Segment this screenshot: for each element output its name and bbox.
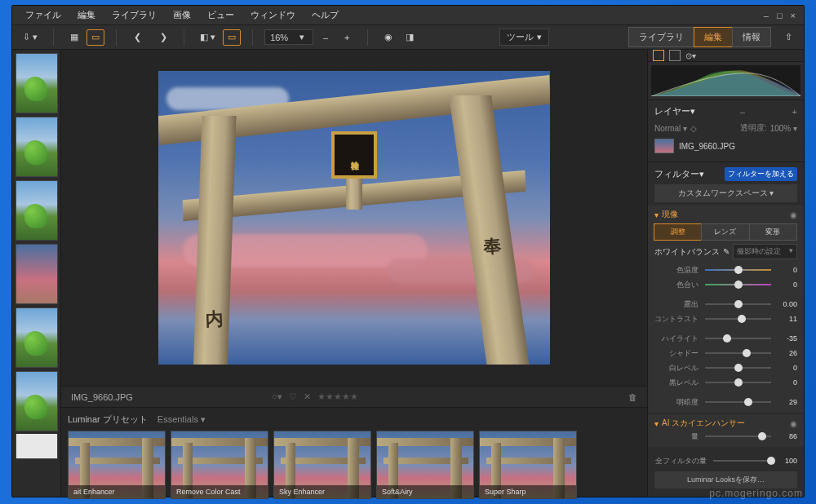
highlights-slider[interactable] bbox=[705, 338, 771, 339]
canvas-area[interactable]: 龍神社 奉 内 bbox=[61, 50, 647, 386]
filmstrip-thumb[interactable] bbox=[16, 117, 58, 177]
histogram-opts[interactable]: ⊙▾ bbox=[685, 51, 696, 60]
zoom-select[interactable]: 16%▾ bbox=[264, 29, 313, 45]
layer-thumb-icon bbox=[654, 139, 674, 153]
preset-label: Soft&Airy bbox=[377, 485, 473, 498]
minimize-button[interactable]: – bbox=[764, 11, 769, 20]
filters-title: フィルター bbox=[654, 168, 699, 180]
develop-section: ▾現像◉ 調整 レンズ 変形 ホワイトバランス ✎ 撮影時の設定▾ 色温度0 色… bbox=[648, 206, 804, 413]
slider-label: 色温度 bbox=[654, 265, 698, 276]
preset-thumb[interactable]: ait Enhancer bbox=[68, 431, 166, 499]
temp-slider[interactable] bbox=[705, 269, 771, 271]
exposure-slider[interactable] bbox=[705, 303, 771, 305]
tab-lens[interactable]: レンズ bbox=[701, 223, 749, 241]
menu-window[interactable]: ウィンドウ bbox=[242, 6, 304, 24]
preset-label: ait Enhancer bbox=[69, 485, 165, 498]
heart-icon[interactable]: ♡ bbox=[289, 391, 297, 402]
eyedropper-icon[interactable]: ✎ bbox=[723, 247, 730, 256]
menu-view[interactable]: ビュー bbox=[199, 6, 242, 24]
reject-icon[interactable]: ✕ bbox=[304, 391, 311, 402]
preview-toggle[interactable]: ◉ bbox=[379, 29, 397, 46]
menu-edit[interactable]: 編集 bbox=[69, 6, 104, 24]
wb-label: ホワイトバランス bbox=[654, 246, 720, 258]
watermark: pc.mogeringo.com bbox=[709, 488, 803, 499]
filmstrip-thumb[interactable] bbox=[16, 180, 58, 241]
opacity-value[interactable]: 100% ▾ bbox=[770, 124, 797, 133]
panel-toggle-left[interactable]: ◧ ▾ bbox=[196, 29, 220, 46]
tab-distort[interactable]: 変形 bbox=[749, 223, 797, 241]
toolbar: ⇩ ▾ ▦ ▭ ❮ ❯ ◧ ▾ ▭ 16%▾ – + ◉ ◨ ツール▾ ライブラ… bbox=[12, 25, 804, 50]
window-controls: – □ × bbox=[764, 11, 799, 20]
zoom-in-button[interactable]: + bbox=[338, 29, 356, 46]
tab-adjust[interactable]: 調整 bbox=[654, 223, 702, 241]
kanji-right: 奉 bbox=[482, 233, 502, 259]
filmstrip[interactable] bbox=[12, 50, 61, 497]
add-filter-button[interactable]: フィルターを加える bbox=[725, 167, 797, 181]
tab-library[interactable]: ライブラリ bbox=[628, 27, 694, 47]
global-slider[interactable] bbox=[713, 460, 771, 462]
star-rating[interactable]: ★★★★★ bbox=[317, 391, 358, 402]
wb-mode-select[interactable]: 撮影時の設定▾ bbox=[733, 244, 797, 259]
right-panel: ⊙▾ レイヤー▾– + Normal ▾ ◇ 透明度: 100% ▾ bbox=[647, 50, 804, 497]
tint-slider[interactable] bbox=[705, 284, 771, 285]
develop-visible-icon[interactable]: ◉ bbox=[790, 210, 797, 219]
layer-name: IMG_9660.JPG bbox=[679, 142, 735, 151]
slider-value: 26 bbox=[778, 349, 797, 357]
preset-thumb[interactable]: Soft&Airy bbox=[376, 431, 474, 499]
layer-item[interactable]: IMG_9660.JPG bbox=[654, 135, 797, 157]
tool-select[interactable]: ツール▾ bbox=[499, 29, 549, 46]
info-tab[interactable] bbox=[669, 50, 681, 61]
menu-image[interactable]: 画像 bbox=[165, 6, 199, 24]
close-button[interactable]: × bbox=[791, 11, 796, 20]
slider-label: 黒レベル bbox=[654, 378, 698, 388]
zoom-out-button[interactable]: – bbox=[317, 29, 335, 46]
slider-value: 11 bbox=[778, 315, 797, 323]
workspace: 龍神社 奉 内 IMG_9660.JPG ○▾ ♡ ✕ ★★★★★ 🗑 Lumi… bbox=[61, 50, 647, 497]
slider-value: -35 bbox=[778, 334, 797, 343]
contrast-slider[interactable] bbox=[705, 318, 771, 320]
preset-thumb[interactable]: Sky Enhancer bbox=[273, 431, 371, 499]
filmstrip-thumb[interactable] bbox=[16, 53, 58, 113]
preset-thumb[interactable]: Super Sharp bbox=[479, 431, 577, 499]
tab-info[interactable]: 情報 bbox=[732, 27, 771, 47]
blend-mode[interactable]: Normal ▾ bbox=[654, 124, 687, 133]
preset-thumb[interactable]: Remove Color Cast bbox=[171, 431, 268, 499]
compare-toggle[interactable]: ◨ bbox=[401, 29, 419, 46]
share-button[interactable]: ⇧ bbox=[779, 29, 797, 46]
slider-label: 白レベル bbox=[654, 363, 698, 374]
whites-slider[interactable] bbox=[705, 367, 771, 369]
sky-slider[interactable] bbox=[705, 435, 771, 437]
nav-next-button[interactable]: ❯ bbox=[154, 29, 172, 46]
filmstrip-thumb[interactable] bbox=[16, 371, 58, 431]
layer-add[interactable]: + bbox=[792, 107, 797, 117]
slider-label: 色合い bbox=[654, 280, 698, 290]
layer-visible-icon[interactable]: ◇ bbox=[690, 124, 697, 133]
flag-icon[interactable]: ○▾ bbox=[272, 391, 282, 402]
trash-icon[interactable]: 🗑 bbox=[628, 392, 637, 402]
clarity-slider[interactable] bbox=[705, 401, 771, 403]
save-looks-button[interactable]: Luminar Looksを保存… bbox=[654, 471, 797, 489]
blacks-slider[interactable] bbox=[705, 382, 771, 383]
layers-section: レイヤー▾– + Normal ▾ ◇ 透明度: 100% ▾ IMG_9660… bbox=[648, 99, 804, 161]
panel-toggle-bottom[interactable]: ▭ bbox=[223, 29, 241, 46]
export-button[interactable]: ⇩ ▾ bbox=[19, 29, 42, 46]
nav-prev-button[interactable]: ❮ bbox=[128, 29, 146, 46]
view-grid-button[interactable]: ▦ bbox=[65, 29, 83, 46]
menu-file[interactable]: ファイル bbox=[17, 6, 69, 24]
maximize-button[interactable]: □ bbox=[777, 11, 783, 20]
menu-help[interactable]: ヘルプ bbox=[304, 6, 347, 24]
filmstrip-thumb[interactable] bbox=[16, 435, 58, 459]
view-single-button[interactable]: ▭ bbox=[86, 29, 104, 46]
sky-visible-icon[interactable]: ◉ bbox=[790, 419, 797, 428]
tab-edit[interactable]: 編集 bbox=[694, 27, 733, 47]
presets-category[interactable]: Essentials ▾ bbox=[157, 414, 206, 425]
histogram-tab[interactable] bbox=[653, 50, 664, 61]
presets-row[interactable]: ait Enhancer Remove Color Cast Sky Enhan… bbox=[68, 431, 641, 496]
shadows-slider[interactable] bbox=[705, 352, 771, 354]
layer-remove[interactable]: – bbox=[740, 107, 745, 117]
presets-bar: Luminar プリセット Essentials ▾ ait Enhancer … bbox=[61, 407, 647, 497]
filmstrip-thumb[interactable] bbox=[16, 244, 58, 304]
menu-library[interactable]: ライブラリ bbox=[104, 6, 165, 24]
workspace-select[interactable]: カスタムワークスペース ▾ bbox=[654, 184, 797, 202]
filmstrip-thumb[interactable] bbox=[16, 307, 58, 368]
